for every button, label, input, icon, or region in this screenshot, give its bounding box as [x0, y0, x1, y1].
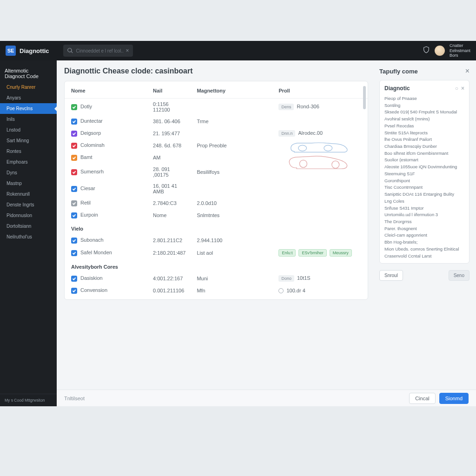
table-row[interactable]: Subonach2.801.211C22.944.1100: [65, 234, 368, 246]
check-icon: [71, 131, 77, 137]
table-row[interactable]: Convension0.001.211106Mfn100.dr 4: [65, 284, 368, 297]
svg-point-2: [299, 160, 307, 167]
save-button[interactable]: Sionmd: [439, 393, 469, 404]
aside-secondary-button[interactable]: Seno: [449, 270, 469, 281]
check-icon: [71, 169, 77, 175]
sidebar-item[interactable]: Inils: [0, 114, 57, 125]
brand-title: Diagnottic: [20, 47, 49, 54]
footer-label: Tnltilseot: [64, 396, 85, 401]
aside-line: Tisc Cocontrnnpant: [384, 184, 464, 191]
sidebar-item[interactable]: Dyns: [0, 167, 57, 178]
status-badge[interactable]: Enlu:t: [278, 249, 296, 257]
aside-card-close-icon[interactable]: ×: [461, 85, 464, 92]
aside-send-button[interactable]: Snroul: [379, 270, 403, 281]
status-badge[interactable]: Meussry: [330, 249, 352, 257]
check-icon: [71, 288, 77, 294]
aside-line: Goronthipont: [384, 178, 464, 185]
user-label: Cnatter Eelnstmant Bors: [450, 43, 470, 58]
table-row[interactable]: Safel Monden2:180.201:487List aolEnlu:tE…: [65, 246, 368, 259]
col-nail[interactable]: Nail: [146, 84, 190, 99]
aside-line: Parer. thosgnent: [384, 225, 464, 232]
aside-line: Crasenvold Ccntal Larst: [384, 253, 464, 260]
col-name[interactable]: Nome: [65, 84, 146, 99]
sidebar-item[interactable]: Mastnp: [0, 178, 57, 189]
section-vielo: Vielo: [65, 221, 368, 234]
sidebar-footer: My s Cood Mttgrwsiton: [0, 394, 57, 406]
aside-line: Aleoste 1055uoe iQN Dovimndunting: [384, 164, 464, 171]
aside-line: Avohiral seslclt (mnins): [384, 116, 464, 123]
check-icon: [71, 119, 77, 125]
aside-line: Pieop of Pnaase: [384, 95, 464, 102]
sidebar-item[interactable]: Anyars: [0, 93, 57, 103]
close-icon[interactable]: ×: [465, 67, 469, 75]
table-row[interactable]: Dasiskion4:001.22:167MuniDono10t1S: [65, 272, 368, 284]
sidebar-item[interactable]: Dortoltsiann: [0, 221, 57, 231]
col-prol[interactable]: Proll: [272, 84, 368, 99]
sidebar: Altenmotic Diagnoct Code Cnurly RanrerAn…: [0, 60, 57, 406]
aside-card-title: Diagnotic: [384, 85, 410, 92]
table-row[interactable]: Dotly0:1156 112100DensRond-306: [65, 99, 368, 116]
topbar: SE Diagnottic Cinnoeddet e l ref lcol.. …: [0, 41, 476, 60]
shield-icon[interactable]: [423, 46, 430, 55]
aside-line: Unrtomiilo.ud l iifermution 3: [384, 212, 464, 218]
sidebar-item[interactable]: Sart Minng: [0, 135, 57, 146]
vehicle-diagram: [285, 139, 355, 176]
check-icon: [71, 200, 77, 206]
search-icon: [67, 47, 73, 54]
col-magnet[interactable]: Magnettony: [190, 84, 272, 99]
check-icon: [71, 212, 77, 218]
table-card: Nome Nail Magnettony Proll Dotly0:1156 1…: [64, 81, 368, 300]
aside-line: Stntite S15A liteprocts: [384, 130, 464, 137]
page-title: Diagnottic Chease clode: casinboart: [64, 67, 368, 75]
aside-line: Bbn Hog-bratels;: [384, 239, 464, 246]
cancel-button[interactable]: Cincal: [409, 393, 436, 404]
aside-line: Lng Coles: [384, 198, 464, 205]
aside-line: lhe Ovus Pnilranf Pailort: [384, 136, 464, 143]
table-row[interactable]: Duntectar381. 06-406Trme: [65, 115, 368, 127]
footer-bar: Tnltilseot Cincal Sionmd: [57, 390, 476, 406]
table-row[interactable]: Ciesar16, 001 41 AMB: [65, 180, 368, 197]
status-badge: Dono: [278, 275, 294, 282]
aside-card-refresh-icon[interactable]: ○: [455, 85, 458, 92]
table-row[interactable]: Deigsorp21. 195:477Dnn.nAlrodec.00: [65, 127, 368, 139]
aside-header: Tapufly come ×: [379, 67, 469, 75]
sidebar-item[interactable]: Emphoars: [0, 157, 57, 167]
check-icon: [71, 186, 77, 192]
search-clear-icon[interactable]: ×: [126, 47, 129, 54]
aside-line: Pvsel Reocdas: [384, 123, 464, 130]
sidebar-item[interactable]: Lnstod: [0, 125, 57, 135]
sidebar-item[interactable]: Rokennunll: [0, 189, 57, 199]
aside-line: Chardiaa Bmscqiiy Dunber: [384, 143, 464, 150]
check-icon: [71, 250, 77, 256]
status-badge[interactable]: ESv'brniher: [298, 249, 326, 257]
svg-point-3: [332, 161, 339, 168]
table-row[interactable]: Retil2.7840:C32.0.0d10: [65, 197, 368, 209]
status-badge: Dens: [278, 104, 294, 110]
table-row[interactable]: EurpoinNomeSnlmtntes: [65, 209, 368, 221]
scrollbar[interactable]: [363, 86, 366, 109]
aside-line: Cleicl-cam apgonrient: [384, 232, 464, 239]
search-input[interactable]: Cinnoeddet e l ref lcol.. ×: [63, 45, 133, 57]
svg-point-1: [324, 145, 332, 151]
sidebar-item[interactable]: Denste Ingrts: [0, 199, 57, 210]
section-cores: Alvesityborh Cores: [65, 259, 368, 272]
aside-line: Mion Ubeds. comros Snerting Elnitical: [384, 246, 464, 253]
avatar[interactable]: [435, 46, 445, 56]
aside-line: Srifuse S431 Irnptor: [384, 205, 464, 212]
status-badge: Dnn.n: [278, 130, 295, 137]
svg-point-0: [298, 145, 307, 151]
sidebar-item[interactable]: Rontes: [0, 146, 57, 157]
aside-title: Tapufly come: [379, 68, 418, 75]
check-icon: [71, 143, 77, 149]
sidebar-item[interactable]: Pidonnuslon: [0, 210, 57, 221]
sidebar-item[interactable]: Neilruthol'us: [0, 231, 57, 242]
sidebar-item[interactable]: Cnurly Ranrer: [0, 82, 57, 93]
aside-line: Sanipttic DOAt 116 Entarging Bulity: [384, 191, 464, 198]
table-header-row: Nome Nail Magnettony Proll: [65, 84, 368, 99]
aside-card: Diagnotic ○ × Pieop of PnaaseSontilngSks…: [379, 80, 469, 264]
radio-icon[interactable]: [278, 288, 284, 293]
aside-line: Suolior (estornart: [384, 157, 464, 164]
search-placeholder: Cinnoeddet e l ref lcol..: [76, 48, 124, 53]
check-icon: [71, 276, 77, 282]
sidebar-item[interactable]: Poe Revclns: [0, 103, 57, 114]
